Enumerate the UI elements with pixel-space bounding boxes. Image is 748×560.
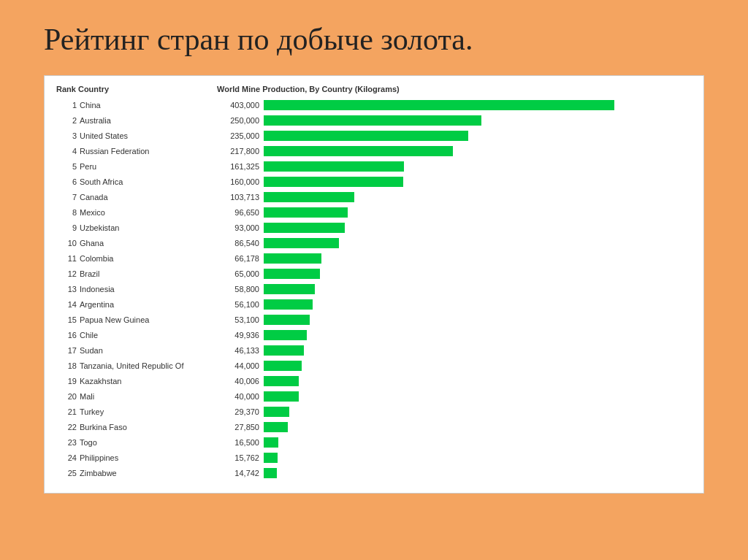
rank-number: 19 — [56, 377, 77, 386]
bar-track — [264, 100, 692, 110]
bar-track — [264, 269, 692, 279]
table-row: 16 Chile 49,936 — [56, 328, 692, 342]
bar-track — [264, 253, 692, 264]
bar — [264, 115, 481, 126]
rank-country-cell: 10 Ghana — [56, 239, 217, 248]
table-row: 18 Tanzania, United Republic Of 44,000 — [56, 358, 692, 373]
rank-number: 5 — [56, 162, 77, 171]
rank-number: 8 — [56, 208, 77, 217]
bar-track — [264, 361, 692, 371]
bar-area: 103,713 — [217, 192, 692, 202]
rank-number: 9 — [56, 223, 77, 232]
bar-value: 29,370 — [217, 407, 259, 416]
rank-country-cell: 17 Sudan — [56, 346, 217, 355]
chart-rows: 1 China 403,000 2 Australia 250,000 — [56, 98, 692, 480]
bar-value: 40,006 — [217, 377, 259, 386]
bar-track — [264, 223, 692, 233]
rank-country-cell: 25 Zimbabwe — [56, 469, 217, 477]
rank-country-cell: 15 Papua New Guinea — [56, 315, 217, 324]
bar — [264, 422, 288, 432]
table-row: 1 China 403,000 — [56, 98, 692, 112]
rank-number: 14 — [56, 300, 77, 309]
table-row: 12 Brazil 65,000 — [56, 266, 692, 281]
bar-area: 160,000 — [217, 177, 692, 187]
bar-value: 14,742 — [217, 469, 259, 477]
bar-area: 40,006 — [217, 376, 692, 386]
bar — [264, 131, 468, 141]
rank-number: 12 — [56, 269, 77, 278]
country-name: Papua New Guinea — [80, 315, 217, 324]
bar-area: 56,100 — [217, 299, 692, 310]
table-row: 15 Papua New Guinea 53,100 — [56, 312, 692, 327]
country-name: Zimbabwe — [80, 469, 217, 477]
table-row: 7 Canada 103,713 — [56, 190, 692, 204]
bar — [264, 453, 278, 463]
country-name: Mali — [80, 392, 217, 401]
bar-area: 65,000 — [217, 269, 692, 279]
bar-value: 66,178 — [217, 254, 259, 263]
bar — [264, 468, 277, 478]
country-name: China — [80, 101, 217, 110]
chart-container: Rank Country World Mine Production, By C… — [44, 75, 704, 494]
bar — [264, 345, 304, 356]
rank-number: 3 — [56, 131, 77, 140]
rank-country-cell: 7 Canada — [56, 193, 217, 202]
bar-track — [264, 131, 692, 141]
rank-country-cell: 2 Australia — [56, 116, 217, 125]
bar — [264, 361, 302, 371]
bar-value: 250,000 — [217, 116, 259, 125]
country-name: Canada — [80, 193, 217, 202]
country-name: Turkey — [80, 407, 217, 416]
country-name: Philippines — [80, 453, 217, 462]
bar-area: 93,000 — [217, 223, 692, 233]
bar-area: 250,000 — [217, 115, 692, 126]
country-name: Indonesia — [80, 285, 217, 294]
bar-area: 58,800 — [217, 284, 692, 294]
table-row: 3 United States 235,000 — [56, 129, 692, 143]
bar-area: 15,762 — [217, 453, 692, 463]
bar-area: 14,742 — [217, 468, 692, 478]
bar-value: 96,650 — [217, 208, 259, 217]
rank-number: 6 — [56, 177, 77, 186]
bar-track — [264, 146, 692, 156]
rank-country-cell: 16 Chile — [56, 331, 217, 340]
rank-country-cell: 9 Uzbekistan — [56, 223, 217, 232]
bar — [264, 437, 278, 448]
table-row: 6 South Africa 160,000 — [56, 174, 692, 189]
country-name: Togo — [80, 438, 217, 447]
country-name: Brazil — [80, 269, 217, 278]
table-row: 24 Philippines 15,762 — [56, 450, 692, 465]
table-row: 17 Sudan 46,133 — [56, 343, 692, 358]
bar-area: 235,000 — [217, 131, 692, 141]
bar — [264, 376, 299, 386]
bar-value: 49,936 — [217, 331, 259, 340]
rank-number: 21 — [56, 407, 77, 416]
bar-value: 56,100 — [217, 300, 259, 309]
country-name: Colombia — [80, 254, 217, 263]
rank-country-cell: 1 China — [56, 101, 217, 110]
bar-track — [264, 391, 692, 402]
bar-area: 46,133 — [217, 345, 692, 356]
bar-area: 217,800 — [217, 146, 692, 156]
rank-number: 17 — [56, 346, 77, 355]
rank-country-cell: 23 Togo — [56, 438, 217, 447]
rank-country-cell: 20 Mali — [56, 392, 217, 401]
rank-number: 4 — [56, 147, 77, 156]
bar-value: 44,000 — [217, 361, 259, 370]
bar — [264, 146, 453, 156]
country-name: Burkina Faso — [80, 423, 217, 431]
table-row: 14 Argentina 56,100 — [56, 297, 692, 312]
col2-header: World Mine Production, By Country (Kilog… — [217, 85, 692, 93]
bar-area: 27,850 — [217, 422, 692, 432]
bar-value: 86,540 — [217, 239, 259, 248]
rank-country-cell: 12 Brazil — [56, 269, 217, 278]
country-name: Kazakhstan — [80, 377, 217, 386]
table-row: 13 Indonesia 58,800 — [56, 282, 692, 296]
bar-area: 49,936 — [217, 330, 692, 340]
bar-track — [264, 192, 692, 202]
table-row: 5 Peru 161,325 — [56, 159, 692, 174]
table-row: 11 Colombia 66,178 — [56, 251, 692, 266]
country-name: Mexico — [80, 208, 217, 217]
bar-track — [264, 284, 692, 294]
bar-track — [264, 453, 692, 463]
